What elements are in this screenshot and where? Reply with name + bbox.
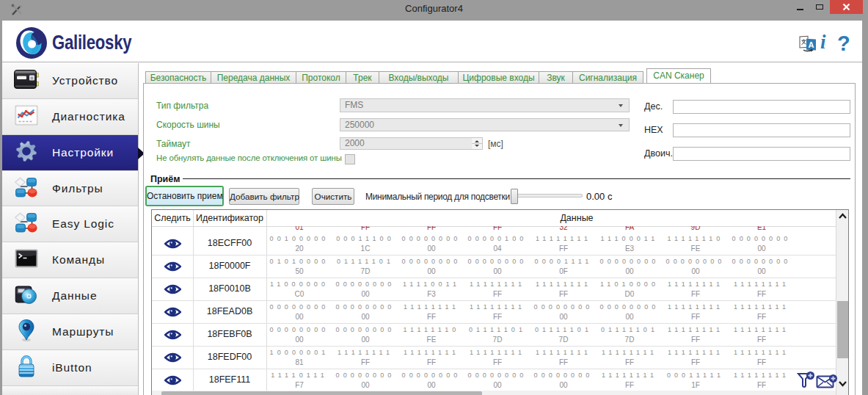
svg-text:A: A xyxy=(809,40,814,49)
